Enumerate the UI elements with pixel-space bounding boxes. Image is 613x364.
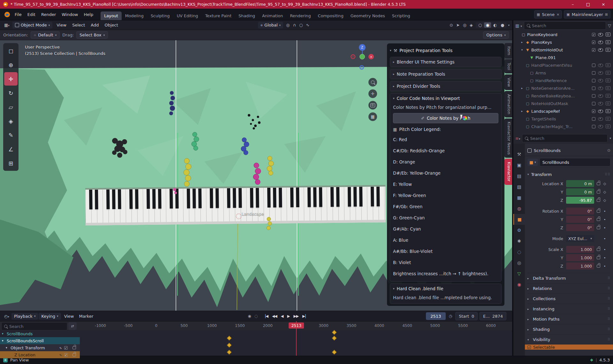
npanel-section-header[interactable]: ▸Blender UI Theme Settings — [390, 57, 502, 67]
menu-item[interactable]: Edit — [25, 11, 38, 18]
ortho-toggle-button[interactable]: ▦ — [368, 112, 377, 121]
transform-panel-header[interactable]: ▾ Transform ⠿⠿ — [527, 170, 610, 179]
hide-eye-icon[interactable] — [598, 87, 603, 90]
outliner-row[interactable]: ▢ RenderBakeKeyboa... — [515, 92, 611, 100]
workspace-tab[interactable]: Scripting — [389, 11, 414, 20]
snap-target-icon[interactable]: ◎ — [284, 22, 291, 28]
tool-rotate[interactable]: ↻ — [4, 86, 18, 100]
color-notes-by-pitch-button[interactable]: ✐ Color Notes by Pitch — [393, 113, 498, 123]
tab-material[interactable]: ◉ — [513, 279, 525, 290]
outliner-row[interactable]: ▢ HandPlacementVisu — [515, 61, 611, 69]
magnet-icon[interactable]: ∩ — [291, 22, 298, 28]
hard-clean-section-header[interactable]: ▾ Hard Clean .blend file — [393, 284, 498, 293]
property-section-header[interactable]: ▸ Instancing ⠿ — [527, 304, 610, 314]
npanel-section-header[interactable]: ▸Note Preparation Tools — [390, 69, 502, 79]
value-field[interactable]: 0 m — [566, 188, 594, 195]
keyframe-decorator-icon[interactable]: • — [602, 226, 607, 230]
outliner-row[interactable]: ▢ PianoKeyboard — [515, 31, 611, 38]
gizmo-y-axis[interactable] — [359, 54, 365, 59]
falloff-icon[interactable]: ∿ — [304, 22, 311, 28]
tab-tool[interactable]: ⚒ — [513, 149, 525, 160]
lock-icon[interactable] — [597, 256, 600, 259]
tab-particles[interactable]: ✱ — [513, 236, 525, 246]
hide-eye-icon[interactable] — [598, 110, 603, 113]
blender-menu-icon[interactable] — [4, 12, 10, 17]
outliner-row[interactable]: ▾ ▼ BottomHoldOut — [515, 46, 611, 54]
workspace-tab[interactable]: Geometry Nodes — [347, 11, 389, 20]
workspace-tab[interactable]: Sculpting — [147, 11, 173, 20]
tab-world[interactable]: ◍ — [513, 203, 525, 214]
keyframe-decorator-icon[interactable]: • — [602, 247, 607, 252]
camera-visibility-icon[interactable] — [606, 109, 610, 113]
hide-eye-icon[interactable] — [598, 125, 603, 128]
prev-keyframe-button[interactable]: ◀◀ — [270, 313, 279, 319]
lock-icon[interactable] — [597, 210, 600, 213]
visibility-selectable-row[interactable]: ✓ Selectable — [525, 345, 613, 350]
render-checkbox[interactable] — [592, 102, 595, 105]
value-field[interactable]: 0° — [566, 216, 594, 223]
viewport-3d[interactable]: User Perspective (2513) Scene Collection… — [0, 40, 512, 311]
gizmo-z-negative[interactable] — [359, 65, 364, 70]
property-section-header[interactable]: ▸ Collections ⠿ — [527, 293, 610, 304]
hide-eye-icon[interactable] — [598, 102, 603, 105]
shading-dropdown-icon[interactable]: ▾ — [508, 24, 510, 27]
outliner-search[interactable] — [524, 21, 606, 30]
properties-search-input[interactable] — [530, 136, 605, 141]
keyframe-decorator-icon[interactable]: • — [602, 217, 607, 222]
render-checkbox[interactable] — [592, 64, 595, 67]
hide-eye-icon[interactable] — [598, 71, 603, 75]
jump-to-end-button[interactable]: ▶| — [300, 313, 308, 319]
keyframe-diamond[interactable] — [332, 336, 337, 341]
render-checkbox[interactable] — [592, 110, 595, 113]
workspace-tab[interactable]: Shading — [235, 11, 259, 20]
value-field[interactable]: -95.87 — [566, 197, 594, 204]
pin-icon[interactable]: ⊙ — [607, 148, 610, 153]
timeline-ruler[interactable]: ⇄ -1000-50005001000150020003000350040004… — [0, 321, 512, 330]
tool-annotate[interactable]: ✎ — [4, 128, 18, 142]
menu-item[interactable]: Help — [81, 11, 96, 18]
pan-button[interactable]: ✛ — [368, 89, 377, 98]
timeline-channels[interactable]: ▾ ScrollBounds ∿ ✓ ▾ ScrollBoundsScroll … — [0, 330, 512, 356]
outliner-row[interactable]: ▢ Arms — [515, 69, 611, 77]
color-code-section-header[interactable]: ▾ Color Code Notes in Viewport — [393, 94, 498, 103]
lock-icon[interactable] — [597, 199, 600, 202]
value-field[interactable]: 1.000 — [566, 262, 594, 269]
properties-search[interactable] — [522, 134, 608, 142]
tab-object-data[interactable]: ▽ — [513, 268, 525, 279]
fcurve-icon[interactable]: ∿ — [59, 353, 62, 357]
object-type-dropdown[interactable]: ■▾ — [527, 159, 538, 166]
value-field[interactable]: 1.000 — [566, 246, 594, 253]
expand-arrow[interactable]: ▸ — [520, 110, 524, 113]
outliner-row[interactable]: ▸ ▢ NoteGenerationAre... — [515, 84, 611, 92]
keyframe-decorator-icon[interactable]: • — [602, 264, 607, 268]
sidebar-tab[interactable]: Animation — [504, 91, 512, 118]
sidebar-tab[interactable]: Klaviactor — [504, 159, 512, 185]
camera-visibility-icon[interactable] — [606, 63, 610, 67]
value-field[interactable]: 0° — [566, 208, 594, 215]
render-checkbox[interactable] — [592, 71, 595, 75]
outliner-editor-type-icon[interactable]: ▥ ▾ — [515, 23, 522, 28]
gizmo-z-positive[interactable]: Z — [359, 44, 366, 51]
tab-modifiers[interactable]: ⚙ — [513, 225, 525, 236]
drag-grip-icon[interactable]: ⠿⠿ — [605, 172, 610, 177]
channel-row[interactable]: ▾ Object Transform ∿ ✓ — [0, 344, 80, 351]
sidebar-tab[interactable]: Klaviactor Nexus — [504, 118, 512, 158]
sidebar-tab[interactable]: Item — [504, 43, 512, 58]
object-name-field[interactable]: ScrollBounds — [540, 158, 610, 166]
hide-eye-icon[interactable] — [598, 64, 603, 67]
property-section-header[interactable]: ▸ Relations ⠿ — [527, 283, 610, 293]
channel-search[interactable] — [1, 322, 67, 330]
current-frame-field[interactable]: 2513 — [426, 312, 446, 320]
orientation-dropdown[interactable]: ⊕ Global ▾ — [258, 22, 284, 28]
property-section-header[interactable]: ▸ Delta Transform ⠿ — [527, 273, 610, 283]
outliner-row[interactable]: ▢ TargetShells — [515, 115, 611, 123]
workspace-tab[interactable]: UV Editing — [173, 11, 202, 20]
start-frame-field[interactable]: Start 0 — [455, 312, 478, 320]
camera-visibility-icon[interactable] — [606, 125, 610, 128]
channel-checkbox[interactable]: ✓ — [64, 346, 68, 350]
camera-visibility-icon[interactable] — [606, 102, 610, 105]
shading-wireframe-icon[interactable]: ○ — [477, 22, 483, 28]
keyframe-decorator-icon[interactable]: ◇ — [602, 182, 607, 186]
value-field[interactable]: XYZ Eul... — [566, 235, 594, 242]
sidebar-tab[interactable]: Tool — [504, 59, 512, 73]
